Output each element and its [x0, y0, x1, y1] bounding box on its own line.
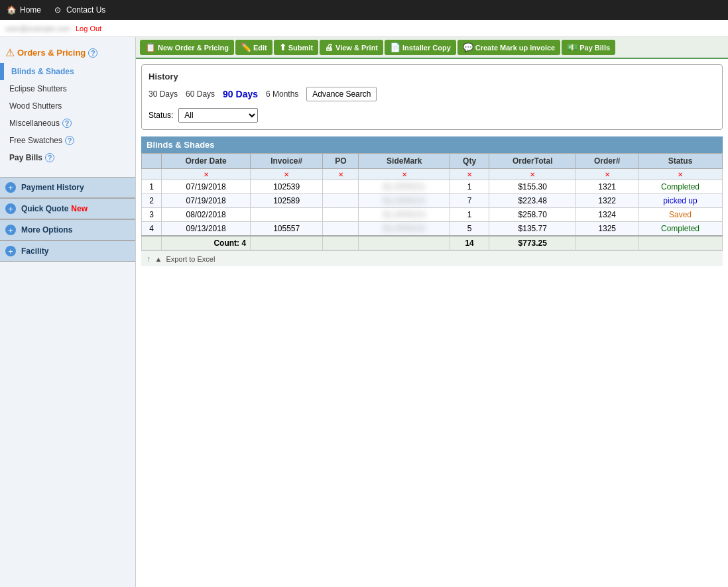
filter-90days[interactable]: 90 Days: [223, 89, 258, 99]
installer-copy-icon: 📄: [390, 42, 400, 52]
cell-num: 1: [142, 180, 162, 194]
filter-sidemark-cell: ✕: [359, 169, 450, 180]
sidebar-quick-quote[interactable]: + Quick Quote New: [0, 198, 135, 219]
cell-date: 09/13/2018: [162, 222, 251, 237]
sidebar-payment-history[interactable]: + Payment History: [0, 177, 135, 198]
pay-bills-toolbar-button[interactable]: 💵 Pay Bills: [562, 40, 615, 55]
footer-count: Count: 4: [162, 236, 251, 250]
clear-sidemark-icon[interactable]: ✕: [402, 171, 407, 178]
sidebar-item-eclipse-shutters[interactable]: Eclipse Shutters: [0, 80, 135, 97]
export-label[interactable]: Export to Excel: [166, 255, 215, 263]
footer-empty5: [576, 236, 638, 250]
submit-button[interactable]: ⬆ Submit: [274, 40, 318, 55]
cell-num: 2: [142, 194, 162, 208]
cell-qty: 1: [450, 208, 489, 222]
sidebar-item-pay-bills[interactable]: Pay Bills ?: [0, 149, 135, 166]
sidebar: ⚠ Orders & Pricing ? Blinds & Shades Ecl…: [0, 37, 136, 587]
view-print-button[interactable]: 🖨 View & Print: [320, 40, 383, 55]
filter-num-cell: [142, 169, 162, 180]
orders-pricing-section: ⚠ Orders & Pricing ?: [0, 42, 135, 63]
col-order-date: Order Date: [162, 154, 251, 169]
installer-copy-button[interactable]: 📄 Installer Copy: [385, 40, 456, 55]
sidebar-item-free-swatches[interactable]: Free Swatches ?: [0, 132, 135, 149]
edit-icon: ✏️: [241, 42, 251, 52]
new-order-icon: 📋: [145, 42, 156, 52]
cell-po: [323, 180, 359, 194]
footer-empty3: [323, 236, 359, 250]
clear-invoice-icon[interactable]: ✕: [284, 171, 289, 178]
cell-date: 07/19/2018: [162, 194, 251, 208]
cell-date: 08/02/2018: [162, 208, 251, 222]
clear-ordernum-icon[interactable]: ✕: [605, 171, 610, 178]
filter-60days[interactable]: 60 Days: [186, 89, 215, 99]
cell-po: [323, 208, 359, 222]
cell-sidemark: BLURRED1: [359, 180, 450, 194]
quick-quote-new-badge: New: [71, 204, 88, 213]
filter-date-cell: ✕: [162, 169, 251, 180]
sidebar-item-miscellaneous[interactable]: Miscellaneous ?: [0, 115, 135, 132]
cell-total: $155.30: [489, 180, 576, 194]
payment-history-plus-icon: +: [5, 182, 16, 193]
orders-help-icon[interactable]: ?: [88, 48, 97, 58]
misc-help-icon[interactable]: ?: [62, 119, 72, 128]
sidebar-divider-blinds: Blinds & Shades: [0, 63, 135, 80]
sidebar-item-blinds-shades[interactable]: Blinds & Shades: [2, 63, 135, 80]
create-markup-button[interactable]: 💬 Create Mark up invoice: [457, 40, 560, 55]
home-nav-item[interactable]: 🏠 Home: [5, 4, 41, 16]
footer-empty1: [142, 236, 162, 250]
new-order-button[interactable]: 📋 New Order & Pricing: [140, 40, 234, 55]
cell-status: Completed: [638, 180, 722, 194]
col-order-total: OrderTotal: [489, 154, 576, 169]
filter-qty-cell: ✕: [450, 169, 489, 180]
cell-invoice: 105557: [251, 222, 323, 237]
advance-search-button[interactable]: Advance Search: [306, 87, 377, 101]
toolbar: 📋 New Order & Pricing ✏️ Edit ⬆ Submit 🖨…: [136, 37, 728, 59]
count-value: 4: [241, 239, 246, 248]
footer-total-amount: $773.25: [489, 236, 576, 250]
clear-date-icon[interactable]: ✕: [204, 171, 209, 178]
edit-button[interactable]: ✏️ Edit: [235, 40, 273, 55]
orders-table: Order Date Invoice# PO SideMark Qty Orde…: [141, 153, 723, 250]
sidebar-facility[interactable]: + Facility: [0, 240, 135, 262]
sidebar-more-options[interactable]: + More Options: [0, 219, 135, 240]
main-content: History 30 Days 60 Days 90 Days 6 Months…: [136, 59, 728, 587]
col-num: [142, 154, 162, 169]
clear-qty-icon[interactable]: ✕: [467, 171, 472, 178]
warning-icon: ⚠: [5, 46, 15, 59]
table-filter-row: ✕ ✕ ✕ ✕ ✕ ✕ ✕ ✕: [142, 169, 723, 180]
logout-link[interactable]: Log Out: [76, 25, 101, 32]
filter-status-cell: ✕: [638, 169, 722, 180]
contact-label: Contact Us: [66, 5, 105, 15]
filter-6months[interactable]: 6 Months: [266, 89, 298, 99]
cell-sidemark: BLURRED2: [359, 194, 450, 208]
table-row[interactable]: 3 08/02/2018 BLURRED3 1 $258.70 1324 Sav…: [142, 208, 723, 222]
swatches-help-icon[interactable]: ?: [65, 136, 74, 145]
view-print-icon: 🖨: [325, 42, 334, 52]
cell-total: $135.77: [489, 222, 576, 237]
filter-po-cell: ✕: [323, 169, 359, 180]
count-label: Count:: [213, 239, 239, 248]
filter-30days[interactable]: 30 Days: [149, 89, 178, 99]
table-section-header: Blinds & Shades: [141, 136, 723, 153]
sidebar-item-wood-shutters[interactable]: Wood Shutters: [0, 97, 135, 115]
table-row[interactable]: 1 07/19/2018 102539 BLURRED1 1 $155.30 1…: [142, 180, 723, 194]
table-row[interactable]: 4 09/13/2018 105557 BLURRED4 5 $135.77 1…: [142, 222, 723, 237]
paybills-help-icon[interactable]: ?: [45, 153, 54, 162]
quick-quote-label: Quick Quote: [21, 204, 68, 213]
clear-status-icon[interactable]: ✕: [678, 171, 683, 178]
create-markup-icon: 💬: [463, 42, 473, 52]
cell-ordernum: 1321: [576, 180, 638, 194]
history-title: History: [149, 72, 715, 81]
contact-nav-item[interactable]: ⊙ Contact Us: [52, 4, 105, 16]
footer-total-qty: 14: [450, 236, 489, 250]
export-arrow-icon: ▲: [155, 255, 162, 263]
clear-po-icon[interactable]: ✕: [338, 171, 343, 178]
status-select[interactable]: All Completed Saved Picked Up Pending: [178, 108, 258, 123]
cell-total: $258.70: [489, 208, 576, 222]
cell-ordernum: 1322: [576, 194, 638, 208]
orders-pricing-label[interactable]: Orders & Pricing: [17, 48, 86, 58]
table-row[interactable]: 2 07/19/2018 102589 BLURRED2 7 $223.48 1…: [142, 194, 723, 208]
history-filters: 30 Days 60 Days 90 Days 6 Months Advance…: [149, 87, 715, 101]
clear-total-icon[interactable]: ✕: [530, 171, 535, 178]
export-row[interactable]: ↑ ▲ Export to Excel: [141, 250, 723, 266]
